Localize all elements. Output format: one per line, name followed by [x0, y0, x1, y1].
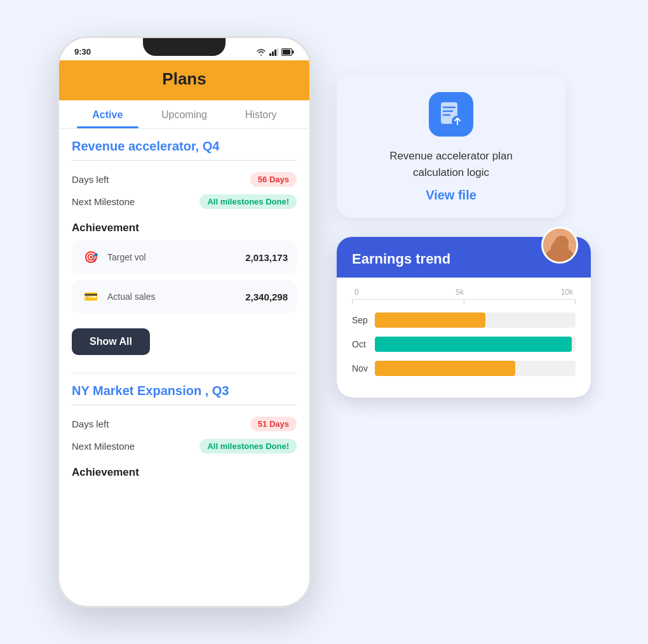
sales-label: Actual sales [107, 292, 245, 302]
axis-label-5k: 5k [456, 288, 464, 297]
chart-label-nov: Nov [352, 363, 375, 373]
avatar-face [543, 229, 576, 262]
right-side: Revenue accelerator plan calculation log… [337, 36, 591, 398]
plan-2-days-label: Days left [72, 419, 109, 429]
earnings-card: Earnings trend 0 5k 10k Sep [337, 237, 591, 398]
phone-notch [143, 38, 226, 56]
plan-1-milestone-row: Next Milestone All milestones Done! [72, 191, 297, 213]
signal-icon [269, 48, 278, 56]
chart-bar-nov-container [375, 361, 576, 376]
chart-label-sep: Sep [352, 315, 375, 325]
plans-title: Plans [72, 69, 297, 89]
axis-label-0: 0 [354, 288, 359, 297]
plan-1: Revenue accelerator, Q4 Days left 56 Day… [72, 139, 297, 368]
achievement-title-2: Achievement [72, 466, 297, 479]
svg-rect-3 [277, 48, 278, 56]
plan-2-milestone-badge: All milestones Done! [199, 439, 297, 453]
axis-label-10k: 10k [561, 288, 573, 297]
chart-bar-oct-container [375, 337, 576, 352]
svg-point-13 [557, 241, 560, 244]
plan-1-title: Revenue accelerator, Q4 [72, 139, 297, 154]
target-icon: 🎯 [81, 247, 101, 267]
svg-point-10 [543, 229, 576, 262]
plan-2-days-badge: 51 Days [250, 417, 297, 431]
tabs-bar: Active Upcoming History [59, 100, 309, 129]
achievement-title-1: Achievement [72, 222, 297, 234]
chart-row-sep: Sep [352, 312, 576, 328]
plan-2-days-row: Days left 51 Days [72, 413, 297, 435]
plan-1-days-row: Days left 56 Days [72, 168, 297, 191]
plan-2: NY Market Expansion , Q3 Days left 51 Da… [72, 384, 297, 479]
svg-point-11 [555, 236, 569, 250]
svg-point-14 [564, 241, 566, 244]
plan-2-title: NY Market Expansion , Q3 [72, 384, 297, 398]
chart-bar-oct [375, 337, 572, 352]
milestone-label: Next Milestone [72, 196, 135, 207]
tab-history[interactable]: History [222, 100, 299, 128]
plan-2-milestone-label: Next Milestone [72, 441, 135, 452]
svg-rect-0 [269, 53, 271, 56]
milestone-badge: All milestones Done! [199, 194, 297, 209]
file-card-icon [429, 92, 473, 137]
chart-row-nov: Nov [352, 361, 576, 376]
target-value: 2,013,173 [245, 252, 288, 263]
chart-axis-labels: 0 5k 10k [352, 288, 576, 297]
sales-icon: 💳 [81, 286, 101, 307]
clock: 9:30 [74, 47, 91, 57]
chart-label-oct: Oct [352, 339, 375, 349]
chart-bar-sep [375, 312, 485, 328]
tick-0 [352, 300, 353, 304]
earnings-title: Earnings trend [352, 251, 450, 267]
status-icons [256, 48, 294, 56]
chart-bar-sep-container [375, 312, 576, 328]
file-card-title: Revenue accelerator plan calculation log… [360, 148, 543, 180]
svg-rect-1 [272, 51, 274, 56]
svg-rect-2 [274, 50, 276, 56]
tick-5k [464, 300, 464, 304]
battery-icon [281, 48, 294, 56]
phone-content: Revenue accelerator, Q4 Days left 56 Day… [59, 129, 309, 495]
target-label: Target vol [107, 252, 245, 262]
phone-mockup: 9:30 [57, 36, 311, 608]
wifi-icon [256, 48, 266, 56]
tab-active[interactable]: Active [69, 100, 146, 128]
tab-upcoming[interactable]: Upcoming [146, 100, 223, 128]
chart-bar-nov [375, 361, 515, 376]
svg-rect-5 [283, 50, 290, 55]
chart-row-oct: Oct [352, 337, 576, 352]
view-file-link[interactable]: View file [426, 188, 476, 202]
achievement-section-1: Achievement 🎯 Target vol 2,013,173 💳 Act… [72, 222, 297, 368]
days-left-label: Days left [72, 174, 109, 185]
sales-value: 2,340,298 [245, 292, 288, 302]
svg-point-12 [550, 253, 573, 262]
chart-axis-line [352, 299, 576, 304]
earnings-chart: 0 5k 10k Sep Oct [337, 278, 591, 398]
document-upload-icon [438, 101, 464, 128]
days-left-badge: 56 Days [250, 172, 297, 187]
show-all-button[interactable]: Show All [72, 328, 150, 355]
achievement-item-target: 🎯 Target vol 2,013,173 [72, 241, 297, 274]
plan-2-milestone-row: Next Milestone All milestones Done! [72, 435, 297, 457]
achievement-item-sales: 💳 Actual sales 2,340,298 [72, 280, 297, 313]
phone-header: Plans [59, 60, 309, 100]
svg-rect-6 [292, 50, 294, 53]
file-card: Revenue accelerator plan calculation log… [337, 74, 565, 218]
achievement-section-2: Achievement [72, 466, 297, 479]
avatar [541, 227, 578, 264]
tick-10k [575, 300, 576, 304]
